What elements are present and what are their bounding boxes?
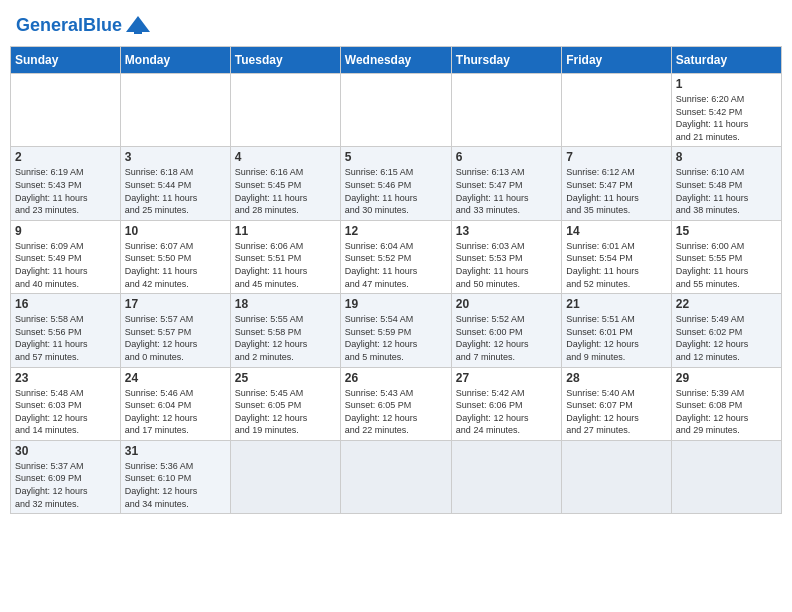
day-number: 31 <box>125 444 226 458</box>
day-info: Sunrise: 5:46 AM Sunset: 6:04 PM Dayligh… <box>125 387 226 437</box>
col-header-friday: Friday <box>562 47 671 74</box>
day-number: 25 <box>235 371 336 385</box>
week-row-2: 2Sunrise: 6:19 AM Sunset: 5:43 PM Daylig… <box>11 147 782 220</box>
page-header: GeneralBlue <box>10 10 782 40</box>
calendar-cell <box>340 440 451 513</box>
calendar-cell <box>340 74 451 147</box>
day-number: 12 <box>345 224 447 238</box>
day-info: Sunrise: 6:07 AM Sunset: 5:50 PM Dayligh… <box>125 240 226 290</box>
day-info: Sunrise: 6:06 AM Sunset: 5:51 PM Dayligh… <box>235 240 336 290</box>
week-row-4: 16Sunrise: 5:58 AM Sunset: 5:56 PM Dayli… <box>11 294 782 367</box>
logo: GeneralBlue <box>16 14 152 36</box>
calendar-cell: 6Sunrise: 6:13 AM Sunset: 5:47 PM Daylig… <box>451 147 561 220</box>
day-number: 15 <box>676 224 777 238</box>
calendar-table: SundayMondayTuesdayWednesdayThursdayFrid… <box>10 46 782 514</box>
calendar-cell: 8Sunrise: 6:10 AM Sunset: 5:48 PM Daylig… <box>671 147 781 220</box>
day-number: 3 <box>125 150 226 164</box>
calendar-cell: 17Sunrise: 5:57 AM Sunset: 5:57 PM Dayli… <box>120 294 230 367</box>
day-info: Sunrise: 5:48 AM Sunset: 6:03 PM Dayligh… <box>15 387 116 437</box>
day-number: 24 <box>125 371 226 385</box>
day-info: Sunrise: 6:20 AM Sunset: 5:42 PM Dayligh… <box>676 93 777 143</box>
calendar-header-row: SundayMondayTuesdayWednesdayThursdayFrid… <box>11 47 782 74</box>
calendar-cell: 12Sunrise: 6:04 AM Sunset: 5:52 PM Dayli… <box>340 220 451 293</box>
day-info: Sunrise: 6:18 AM Sunset: 5:44 PM Dayligh… <box>125 166 226 216</box>
logo-icon <box>124 14 152 36</box>
calendar-cell <box>451 74 561 147</box>
col-header-saturday: Saturday <box>671 47 781 74</box>
day-number: 14 <box>566 224 666 238</box>
day-number: 9 <box>15 224 116 238</box>
calendar-cell: 30Sunrise: 5:37 AM Sunset: 6:09 PM Dayli… <box>11 440 121 513</box>
day-number: 27 <box>456 371 557 385</box>
calendar-cell: 4Sunrise: 6:16 AM Sunset: 5:45 PM Daylig… <box>230 147 340 220</box>
day-number: 29 <box>676 371 777 385</box>
day-info: Sunrise: 5:36 AM Sunset: 6:10 PM Dayligh… <box>125 460 226 510</box>
week-row-6: 30Sunrise: 5:37 AM Sunset: 6:09 PM Dayli… <box>11 440 782 513</box>
calendar-cell <box>562 440 671 513</box>
day-number: 10 <box>125 224 226 238</box>
calendar-cell <box>230 74 340 147</box>
day-info: Sunrise: 6:09 AM Sunset: 5:49 PM Dayligh… <box>15 240 116 290</box>
calendar-cell: 7Sunrise: 6:12 AM Sunset: 5:47 PM Daylig… <box>562 147 671 220</box>
svg-rect-1 <box>134 28 142 34</box>
calendar-cell <box>562 74 671 147</box>
calendar-cell: 21Sunrise: 5:51 AM Sunset: 6:01 PM Dayli… <box>562 294 671 367</box>
day-number: 11 <box>235 224 336 238</box>
calendar-cell: 20Sunrise: 5:52 AM Sunset: 6:00 PM Dayli… <box>451 294 561 367</box>
day-info: Sunrise: 5:40 AM Sunset: 6:07 PM Dayligh… <box>566 387 666 437</box>
day-info: Sunrise: 5:57 AM Sunset: 5:57 PM Dayligh… <box>125 313 226 363</box>
day-number: 13 <box>456 224 557 238</box>
logo-general: General <box>16 15 83 35</box>
calendar-cell: 10Sunrise: 6:07 AM Sunset: 5:50 PM Dayli… <box>120 220 230 293</box>
day-number: 6 <box>456 150 557 164</box>
calendar-cell: 15Sunrise: 6:00 AM Sunset: 5:55 PM Dayli… <box>671 220 781 293</box>
day-number: 23 <box>15 371 116 385</box>
calendar-cell: 13Sunrise: 6:03 AM Sunset: 5:53 PM Dayli… <box>451 220 561 293</box>
day-info: Sunrise: 6:13 AM Sunset: 5:47 PM Dayligh… <box>456 166 557 216</box>
day-info: Sunrise: 6:19 AM Sunset: 5:43 PM Dayligh… <box>15 166 116 216</box>
day-number: 1 <box>676 77 777 91</box>
day-number: 22 <box>676 297 777 311</box>
day-info: Sunrise: 6:03 AM Sunset: 5:53 PM Dayligh… <box>456 240 557 290</box>
calendar-cell <box>230 440 340 513</box>
day-number: 21 <box>566 297 666 311</box>
col-header-monday: Monday <box>120 47 230 74</box>
calendar-cell: 16Sunrise: 5:58 AM Sunset: 5:56 PM Dayli… <box>11 294 121 367</box>
day-info: Sunrise: 5:55 AM Sunset: 5:58 PM Dayligh… <box>235 313 336 363</box>
day-info: Sunrise: 5:51 AM Sunset: 6:01 PM Dayligh… <box>566 313 666 363</box>
day-number: 4 <box>235 150 336 164</box>
calendar-cell: 19Sunrise: 5:54 AM Sunset: 5:59 PM Dayli… <box>340 294 451 367</box>
calendar-cell <box>671 440 781 513</box>
day-number: 30 <box>15 444 116 458</box>
calendar-cell: 9Sunrise: 6:09 AM Sunset: 5:49 PM Daylig… <box>11 220 121 293</box>
col-header-sunday: Sunday <box>11 47 121 74</box>
calendar-cell: 28Sunrise: 5:40 AM Sunset: 6:07 PM Dayli… <box>562 367 671 440</box>
day-info: Sunrise: 5:52 AM Sunset: 6:00 PM Dayligh… <box>456 313 557 363</box>
day-number: 19 <box>345 297 447 311</box>
week-row-3: 9Sunrise: 6:09 AM Sunset: 5:49 PM Daylig… <box>11 220 782 293</box>
day-number: 28 <box>566 371 666 385</box>
calendar-cell: 25Sunrise: 5:45 AM Sunset: 6:05 PM Dayli… <box>230 367 340 440</box>
day-info: Sunrise: 6:00 AM Sunset: 5:55 PM Dayligh… <box>676 240 777 290</box>
calendar-cell: 22Sunrise: 5:49 AM Sunset: 6:02 PM Dayli… <box>671 294 781 367</box>
calendar-cell <box>451 440 561 513</box>
calendar-cell: 26Sunrise: 5:43 AM Sunset: 6:05 PM Dayli… <box>340 367 451 440</box>
calendar-cell: 31Sunrise: 5:36 AM Sunset: 6:10 PM Dayli… <box>120 440 230 513</box>
calendar-cell: 3Sunrise: 6:18 AM Sunset: 5:44 PM Daylig… <box>120 147 230 220</box>
day-info: Sunrise: 5:43 AM Sunset: 6:05 PM Dayligh… <box>345 387 447 437</box>
day-info: Sunrise: 5:42 AM Sunset: 6:06 PM Dayligh… <box>456 387 557 437</box>
col-header-tuesday: Tuesday <box>230 47 340 74</box>
day-info: Sunrise: 6:04 AM Sunset: 5:52 PM Dayligh… <box>345 240 447 290</box>
col-header-thursday: Thursday <box>451 47 561 74</box>
day-number: 5 <box>345 150 447 164</box>
day-info: Sunrise: 5:49 AM Sunset: 6:02 PM Dayligh… <box>676 313 777 363</box>
calendar-cell: 29Sunrise: 5:39 AM Sunset: 6:08 PM Dayli… <box>671 367 781 440</box>
day-number: 8 <box>676 150 777 164</box>
day-number: 18 <box>235 297 336 311</box>
day-number: 7 <box>566 150 666 164</box>
day-info: Sunrise: 5:37 AM Sunset: 6:09 PM Dayligh… <box>15 460 116 510</box>
day-info: Sunrise: 6:15 AM Sunset: 5:46 PM Dayligh… <box>345 166 447 216</box>
calendar-cell: 27Sunrise: 5:42 AM Sunset: 6:06 PM Dayli… <box>451 367 561 440</box>
day-info: Sunrise: 5:54 AM Sunset: 5:59 PM Dayligh… <box>345 313 447 363</box>
calendar-cell: 1Sunrise: 6:20 AM Sunset: 5:42 PM Daylig… <box>671 74 781 147</box>
